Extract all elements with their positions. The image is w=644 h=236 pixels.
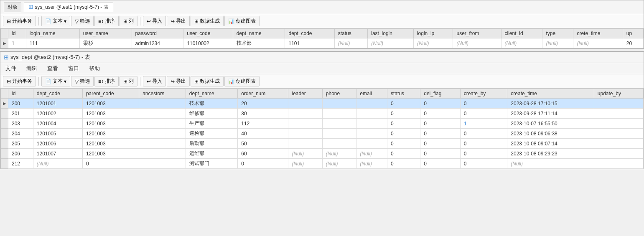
th-client-id[interactable]: client_id bbox=[501, 29, 542, 38]
th-login-ip[interactable]: login_ip bbox=[413, 29, 453, 38]
table-cell bbox=[288, 139, 322, 149]
row-marker-cell: ▶ bbox=[1, 99, 8, 109]
begin-tx-btn-1[interactable]: ⊟ 开始事务 bbox=[3, 16, 36, 26]
table-cell: 111 bbox=[26, 38, 79, 48]
toolbar-2: ⊟ 开始事务 📄 文本 ▾ ▽ 筛选 ≡↕ 排序 ⊞ 列 ↩ 导入 ↪ 导出 bbox=[0, 74, 644, 89]
th-password[interactable]: password bbox=[132, 29, 183, 38]
th-ancestors[interactable]: ancestors bbox=[139, 89, 186, 99]
table-cell bbox=[139, 99, 186, 109]
export-btn-1[interactable]: ↪ 导出 bbox=[167, 16, 190, 26]
th-dept-code-2[interactable]: dept_code bbox=[33, 89, 82, 99]
table-cell: 200 bbox=[8, 99, 33, 109]
table-cell: 1201006 bbox=[33, 139, 82, 149]
th-type[interactable]: type bbox=[542, 29, 573, 38]
title-bar-1: 对象 ⊞ sys_user @test1 (mysql-5-7) - 表 bbox=[0, 0, 644, 14]
th-status-1[interactable]: status bbox=[334, 29, 367, 38]
table-row[interactable]: 20412010051201003巡检部400002023-10-08 09:0… bbox=[1, 129, 644, 139]
th-last-login[interactable]: last_login bbox=[368, 29, 414, 38]
th-create-time[interactable]: create_time bbox=[507, 89, 594, 99]
table-cell bbox=[322, 109, 356, 119]
row-marker-cell: ▶ bbox=[1, 38, 8, 48]
columns-btn-1[interactable]: ⊞ 列 bbox=[120, 16, 137, 26]
filter-btn-2[interactable]: ▽ 筛选 bbox=[71, 76, 94, 86]
text-btn-1[interactable]: 📄 文本 ▾ bbox=[41, 16, 70, 26]
import-btn-2[interactable]: ↩ 导入 bbox=[143, 76, 166, 86]
chart-btn-2[interactable]: 📊 创建图表 bbox=[224, 76, 260, 86]
th-parent-code[interactable]: parent_code bbox=[82, 89, 139, 99]
table-cell bbox=[594, 129, 643, 139]
table-container-2: id dept_code parent_code ancestors dept_… bbox=[0, 89, 644, 169]
sort-btn-2[interactable]: ≡↕ 排序 bbox=[94, 76, 119, 86]
table-cell: 20 bbox=[623, 38, 643, 48]
table-cell bbox=[139, 149, 186, 159]
th-email[interactable]: email bbox=[356, 89, 387, 99]
menu-file[interactable]: 文件 bbox=[4, 64, 18, 73]
th-create-by[interactable]: create_by bbox=[460, 89, 507, 99]
chart-btn-1[interactable]: 📊 创建图表 bbox=[224, 16, 260, 26]
th-del-flag[interactable]: del_flag bbox=[420, 89, 460, 99]
table-cell: 1201003 bbox=[82, 119, 139, 129]
filter-btn-1[interactable]: ▽ 筛选 bbox=[71, 16, 94, 26]
table-cell bbox=[356, 109, 387, 119]
table-cell: (Null) bbox=[542, 38, 573, 48]
filter-icon-2: ▽ bbox=[75, 79, 79, 84]
th-id-2[interactable]: id bbox=[8, 89, 33, 99]
import-btn-1[interactable]: ↩ 导入 bbox=[143, 16, 166, 26]
th-user-name[interactable]: user_name bbox=[79, 29, 132, 38]
row-marker-cell bbox=[1, 119, 8, 129]
datagen-btn-2[interactable]: ⊞ 数据生成 bbox=[191, 76, 224, 86]
menu-help[interactable]: 帮助 bbox=[87, 64, 102, 73]
datagen-icon-1: ⊞ bbox=[194, 18, 199, 24]
th-dept-name[interactable]: dept_name bbox=[233, 29, 285, 38]
table-cell: 1201003 bbox=[82, 149, 139, 159]
table-cell bbox=[322, 129, 356, 139]
table-cell: 梁杉 bbox=[79, 38, 132, 48]
export-btn-2[interactable]: ↪ 导出 bbox=[167, 76, 190, 86]
export-icon-1: ↪ bbox=[171, 18, 175, 24]
th-login-name[interactable]: login_name bbox=[26, 29, 79, 38]
text-btn-2[interactable]: 📄 文本 ▾ bbox=[41, 76, 70, 86]
th-dept-name-2[interactable]: dept_name bbox=[186, 89, 238, 99]
table-cell: (Null) bbox=[334, 38, 367, 48]
table-row[interactable]: ▶20012010011201003技术部200002023-09-28 17:… bbox=[1, 99, 644, 109]
table-cell: 1201003 bbox=[82, 109, 139, 119]
table-row[interactable]: 20512010061201003后勤部500002023-10-08 09:0… bbox=[1, 139, 644, 149]
th-leader[interactable]: leader bbox=[288, 89, 322, 99]
table-cell bbox=[139, 119, 186, 129]
table-cell: 40 bbox=[238, 129, 288, 139]
sort-btn-1[interactable]: ≡↕ 排序 bbox=[94, 16, 119, 26]
table-row[interactable]: 212(Null)0测试部门0(Null)(Null)(Null)000(Nul… bbox=[1, 159, 644, 169]
th-update-by[interactable]: update_by bbox=[594, 89, 643, 99]
th-crete-time[interactable]: crete_time bbox=[573, 29, 623, 38]
table-row[interactable]: 20612010071201003运维部60(Null)(Null)(Null)… bbox=[1, 149, 644, 159]
menu-window[interactable]: 窗口 bbox=[66, 64, 81, 73]
th-status-2[interactable]: status bbox=[387, 89, 420, 99]
table-row[interactable]: 20312010041201003生产部1120012023-10-07 16:… bbox=[1, 119, 644, 129]
th-up[interactable]: up bbox=[623, 29, 643, 38]
menu-view[interactable]: 查看 bbox=[46, 64, 60, 73]
table-cell: 203 bbox=[8, 119, 33, 129]
table-row[interactable]: 20112010021201003维修部300002023-09-28 17:1… bbox=[1, 109, 644, 119]
columns-btn-2[interactable]: ⊞ 列 bbox=[120, 76, 137, 86]
table-cell bbox=[139, 139, 186, 149]
table-tab-1[interactable]: ⊞ sys_user @test1 (mysql-5-7) - 表 bbox=[24, 2, 113, 12]
object-tab[interactable]: 对象 bbox=[4, 3, 21, 12]
th-phone[interactable]: phone bbox=[322, 89, 356, 99]
table-cell: 2023-10-07 16:55:50 bbox=[507, 119, 594, 129]
table-cell bbox=[139, 159, 186, 169]
th-user-from[interactable]: user_from bbox=[453, 29, 501, 38]
datagen-btn-1[interactable]: ⊞ 数据生成 bbox=[191, 16, 224, 26]
table-cell: 0 bbox=[387, 119, 420, 129]
table-cell: 0 bbox=[460, 149, 507, 159]
table-row[interactable]: ▶1111梁杉admin123411010002技术部1101(Null)(Nu… bbox=[1, 38, 644, 48]
begin-tx-btn-2[interactable]: ⊟ 开始事务 bbox=[3, 76, 36, 86]
table-cell: 60 bbox=[238, 149, 288, 159]
th-order-num[interactable]: order_num bbox=[238, 89, 288, 99]
data-table-1: id login_name user_name password user_co… bbox=[0, 28, 644, 48]
th-dept-code[interactable]: dept_code bbox=[285, 29, 334, 38]
table-cell: 0 bbox=[420, 129, 460, 139]
th-id-1[interactable]: id bbox=[8, 29, 26, 38]
menu-edit[interactable]: 编辑 bbox=[25, 64, 39, 73]
table-cell: (Null) bbox=[288, 159, 322, 169]
th-user-code[interactable]: user_code bbox=[183, 29, 233, 38]
